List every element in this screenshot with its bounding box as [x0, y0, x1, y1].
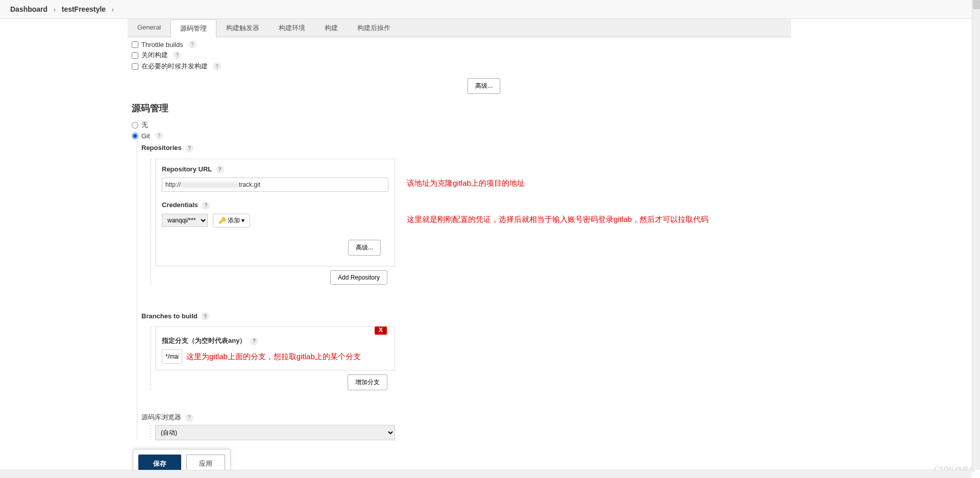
annotation-cred: 这里就是刚刚配置的凭证，选择后就相当于输入账号密码登录gitlab，然后才可以拉… [407, 215, 708, 224]
repo-url-label: Repository URL [162, 165, 212, 173]
tab-post[interactable]: 构建后操作 [348, 19, 400, 37]
help-icon[interactable]: ? [188, 40, 197, 48]
repository-box: Repository URL ? http://xxxxxxxxxxxxxxxx… [155, 159, 395, 266]
add-branch-button[interactable]: 增加分支 [348, 374, 387, 390]
breadcrumb-project[interactable]: testFreestyle [62, 5, 106, 13]
branch-box: X 指定分支（为空时代表any） ? 这里为gitlab上面的分支，想拉取git… [155, 326, 395, 370]
concurrent-label: 在必要的时候并发构建 [141, 62, 208, 71]
branch-spec-label: 指定分支（为空时代表any） [162, 337, 246, 344]
delete-branch-button[interactable]: X [375, 326, 387, 335]
credentials-label: Credentials [162, 201, 198, 209]
help-icon[interactable]: ? [216, 165, 224, 173]
scm-heading: 源码管理 [132, 102, 791, 114]
breadcrumb-sep: › [112, 6, 114, 13]
throttle-checkbox[interactable] [132, 41, 138, 48]
help-icon[interactable]: ? [155, 132, 163, 140]
vertical-scrollbar[interactable] [972, 0, 980, 470]
repo-url-input[interactable]: http://xxxxxxxxxxxxxxxxxxxtrack.git [162, 178, 388, 192]
add-repository-button[interactable]: Add Repository [330, 270, 387, 285]
scm-none-label: 无 [141, 120, 148, 130]
scm-git-label: Git [141, 132, 150, 140]
help-icon[interactable]: ? [213, 62, 221, 70]
scm-git-radio[interactable] [132, 133, 138, 139]
tab-triggers[interactable]: 构建触发器 [216, 19, 269, 37]
concurrent-checkbox[interactable] [132, 63, 138, 70]
branches-label: Branches to build [141, 312, 198, 320]
help-icon[interactable]: ? [185, 144, 193, 153]
horizontal-scrollbar[interactable] [0, 470, 972, 478]
advanced-button[interactable]: 高级... [468, 78, 500, 94]
scrollbar-thumb[interactable] [973, 0, 980, 9]
browser-label: 源码库浏览器 [141, 413, 181, 421]
tab-build[interactable]: 构建 [315, 19, 348, 37]
annotation-url: 该地址为克隆gitlab上的项目的地址 [407, 179, 525, 188]
throttle-label: Throttle builds [141, 41, 183, 48]
breadcrumb-sep: › [54, 6, 56, 13]
close-build-checkbox[interactable] [132, 52, 138, 59]
help-icon[interactable]: ? [201, 312, 209, 320]
close-build-label: 关闭构建 [141, 51, 168, 60]
breadcrumb-dashboard[interactable]: Dashboard [10, 5, 47, 13]
repositories-label: Repositories [141, 144, 182, 152]
add-credentials-button[interactable]: 🔑添加 ▾ [213, 214, 250, 228]
help-icon[interactable]: ? [173, 51, 181, 59]
breadcrumb: Dashboard › testFreestyle › [0, 0, 980, 19]
help-icon[interactable]: ? [250, 337, 258, 345]
annotation-branch: 这里为gitlab上面的分支，想拉取gitlab上的某个分支 [186, 352, 361, 362]
repo-browser-select[interactable]: (自动) [155, 425, 395, 440]
tab-scm[interactable]: 源码管理 [170, 19, 216, 37]
config-tabs: General 源码管理 构建触发器 构建环境 构建 构建后操作 [128, 19, 791, 37]
scm-none-radio[interactable] [132, 122, 138, 129]
help-icon[interactable]: ? [185, 414, 193, 422]
credentials-select[interactable]: wanqqi/****** [162, 214, 208, 227]
key-icon: 🔑 [218, 217, 226, 224]
tab-env[interactable]: 构建环境 [269, 19, 315, 37]
advanced-repo-button[interactable]: 高级... [348, 240, 381, 256]
branch-input[interactable] [162, 349, 182, 364]
help-icon[interactable]: ? [202, 202, 210, 210]
tab-general[interactable]: General [128, 19, 170, 37]
